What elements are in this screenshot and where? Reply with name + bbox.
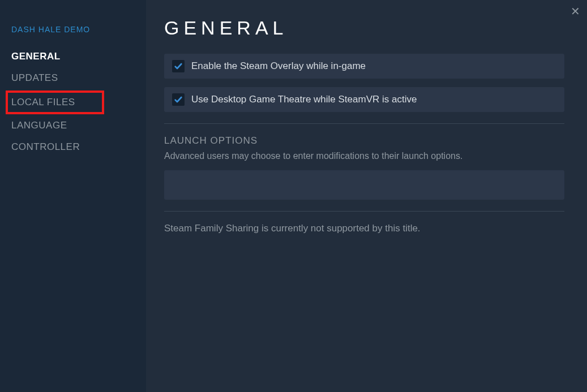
sidebar: DASH HALE DEMO GENERAL UPDATES LOCAL FIL… bbox=[0, 0, 146, 392]
divider bbox=[164, 123, 564, 124]
checkbox-icon bbox=[172, 60, 185, 72]
launch-options-input[interactable] bbox=[164, 170, 564, 200]
option-steam-overlay[interactable]: Enable the Steam Overlay while in-game bbox=[164, 54, 564, 79]
content-panel: ✕ GENERAL Enable the Steam Overlay while… bbox=[146, 0, 587, 392]
close-button[interactable]: ✕ bbox=[571, 5, 580, 18]
launch-options-heading: LAUNCH OPTIONS bbox=[164, 135, 564, 147]
option-label: Enable the Steam Overlay while in-game bbox=[191, 61, 366, 72]
family-sharing-note: Steam Family Sharing is currently not su… bbox=[164, 223, 564, 234]
option-label: Use Desktop Game Theatre while SteamVR i… bbox=[191, 94, 417, 105]
divider bbox=[164, 211, 564, 212]
checkbox-icon bbox=[172, 93, 185, 106]
launch-options-description: Advanced users may choose to enter modif… bbox=[164, 151, 564, 161]
nav-updates[interactable]: UPDATES bbox=[11, 72, 146, 84]
nav-local-files[interactable]: LOCAL FILES bbox=[6, 91, 104, 114]
option-desktop-theatre[interactable]: Use Desktop Game Theatre while SteamVR i… bbox=[164, 87, 564, 112]
nav-general[interactable]: GENERAL bbox=[11, 51, 146, 62]
close-icon: ✕ bbox=[571, 5, 580, 18]
game-title: DASH HALE DEMO bbox=[11, 25, 146, 34]
page-title: GENERAL bbox=[164, 17, 564, 39]
nav-controller[interactable]: CONTROLLER bbox=[11, 141, 146, 153]
nav-language[interactable]: LANGUAGE bbox=[11, 120, 146, 131]
